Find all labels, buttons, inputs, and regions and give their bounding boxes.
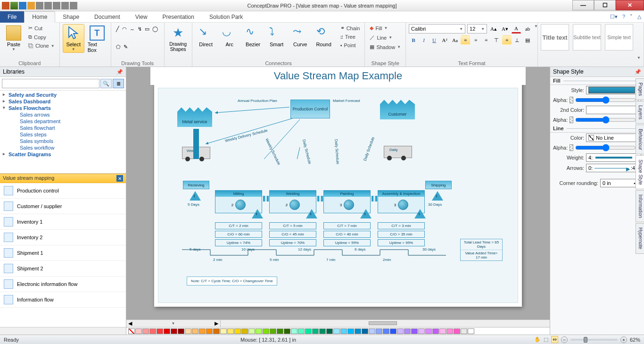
- color-swatch[interactable]: [171, 328, 177, 334]
- connector-point[interactable]: • Point: [339, 42, 362, 49]
- ellipse-tool-icon[interactable]: ◯: [152, 26, 158, 32]
- canvas-scroll[interactable]: Value Stream Map Example Metal service P…: [126, 67, 550, 319]
- color-swatch[interactable]: [312, 328, 319, 334]
- color-swatch[interactable]: [241, 328, 248, 334]
- color-swatch[interactable]: [298, 328, 305, 334]
- arrows-combo[interactable]: 0:▶:4▼: [586, 164, 641, 172]
- metric-co[interactable]: C/O = 45 min: [269, 231, 316, 238]
- maximize-button[interactable]: ☐: [594, 0, 616, 10]
- connector-tool-icon[interactable]: ↯: [138, 26, 142, 32]
- file-tab[interactable]: File: [0, 11, 24, 23]
- drawing-shapes-button[interactable]: ★ Drawing Shapes: [167, 24, 189, 53]
- color-swatch[interactable]: [319, 328, 326, 334]
- simple-style-preview[interactable]: Simple text: [605, 24, 633, 50]
- canvas-bottom-scroll[interactable]: ◀ ▼ ▶: [126, 319, 550, 327]
- metric-up[interactable]: Uptime = 70%: [269, 239, 316, 246]
- fit-page-icon[interactable]: ⬚: [544, 336, 548, 343]
- color-swatch[interactable]: [432, 328, 439, 334]
- connector-arc[interactable]: ◡Arc: [219, 24, 240, 49]
- side-tab-hypernote[interactable]: Hypernote: [636, 223, 644, 253]
- help-icon[interactable]: ?: [622, 14, 625, 20]
- tab-view[interactable]: View: [128, 12, 155, 22]
- metric-ct[interactable]: C/T = 7 min: [323, 222, 371, 229]
- production-control-node[interactable]: Production Control: [290, 100, 330, 118]
- tree-item[interactable]: Sales steps: [0, 131, 126, 138]
- color-swatch[interactable]: [164, 328, 170, 334]
- font-family-combo[interactable]: Calibri▼: [409, 24, 465, 34]
- color-swatch[interactable]: [397, 328, 404, 334]
- align-bottom-button[interactable]: ⊥: [512, 35, 522, 45]
- fit-width-icon[interactable]: ⇔: [551, 336, 558, 343]
- color-swatch[interactable]: [149, 328, 156, 334]
- color-swatch[interactable]: [376, 328, 382, 334]
- tab-presentation[interactable]: Presentation: [155, 12, 202, 22]
- underline-button[interactable]: U: [429, 35, 439, 45]
- color-swatch[interactable]: [199, 328, 206, 334]
- customer-node[interactable]: Customer: [380, 98, 415, 119]
- connector-chain[interactable]: ⚭ Chain: [339, 24, 362, 32]
- connector-curve[interactable]: ⤳Curve: [289, 24, 311, 49]
- color-swatch[interactable]: [347, 328, 354, 334]
- superscript-button[interactable]: A²: [440, 35, 449, 45]
- valign-button[interactable]: ▤: [523, 35, 532, 45]
- color-swatch[interactable]: [277, 328, 283, 334]
- line-tool-icon[interactable]: ╱: [116, 26, 119, 32]
- color-swatch[interactable]: [340, 328, 347, 334]
- connector-smart[interactable]: ⤵Smart: [266, 24, 288, 49]
- tree-item[interactable]: Sales arrows: [0, 111, 126, 118]
- qat-print-icon[interactable]: [53, 2, 60, 9]
- metric-co[interactable]: C/O = 40 min: [323, 231, 371, 238]
- side-tab-shape-style[interactable]: Shape Style: [636, 155, 644, 189]
- tab-document[interactable]: Document: [87, 12, 128, 22]
- zoom-out-button[interactable]: −: [561, 336, 568, 343]
- page-dropdown-icon[interactable]: ▼: [172, 321, 175, 326]
- shipping-node[interactable]: Shipping: [425, 181, 452, 189]
- connector-tree[interactable]: Ⲷ Tree: [339, 33, 362, 41]
- fill-alpha-slider[interactable]: [575, 96, 636, 104]
- stencil-item[interactable]: Electronic information flow: [0, 277, 126, 292]
- color-swatch[interactable]: [326, 328, 333, 334]
- color-swatch[interactable]: [454, 328, 460, 334]
- color-swatch[interactable]: [362, 328, 368, 334]
- hand-tool-icon[interactable]: ✋: [534, 336, 541, 343]
- styles-more-icon[interactable]: ▼: [637, 56, 641, 60]
- color-swatch[interactable]: [369, 328, 375, 334]
- zoom-thumb[interactable]: [584, 337, 587, 343]
- align-center-button[interactable]: ≡: [471, 35, 480, 45]
- qat-copy-icon[interactable]: [61, 2, 69, 9]
- second-alpha-slider[interactable]: [575, 116, 636, 124]
- metric-ct[interactable]: C/T = 3 min: [378, 222, 425, 229]
- close-stencil-icon[interactable]: ✕: [116, 175, 123, 182]
- qat-undo-icon[interactable]: [36, 2, 43, 9]
- metric-up[interactable]: Uptime = 95%: [378, 239, 425, 246]
- color-swatch[interactable]: [291, 328, 297, 334]
- qat-redo-icon[interactable]: [44, 2, 52, 9]
- color-swatch[interactable]: [425, 328, 432, 334]
- page-prev-icon[interactable]: ◀: [128, 320, 132, 327]
- stencil-item[interactable]: Shipment 2: [0, 261, 126, 277]
- fill-button[interactable]: ◆Fill ▼: [368, 24, 403, 32]
- tree-view-button[interactable]: ≣: [113, 79, 124, 88]
- tree-item[interactable]: Safety and Security: [0, 92, 126, 98]
- library-search-input[interactable]: [2, 79, 99, 88]
- select-tool[interactable]: Select▼: [63, 24, 84, 53]
- color-swatch[interactable]: [383, 328, 389, 334]
- curve-tool-icon[interactable]: ～: [130, 26, 135, 33]
- color-swatch[interactable]: [305, 328, 312, 334]
- color-swatch[interactable]: [135, 328, 142, 334]
- color-swatch[interactable]: [263, 328, 269, 334]
- close-button[interactable]: ✕: [616, 0, 644, 10]
- subscript-button[interactable]: A₂: [450, 35, 460, 45]
- stencil-item[interactable]: Inventory 2: [0, 230, 126, 245]
- side-tab-behaviour[interactable]: Behaviour: [636, 125, 644, 154]
- corner-spinner[interactable]: 0 in▲▼: [600, 179, 641, 187]
- color-swatch[interactable]: [355, 328, 361, 334]
- stencil-item[interactable]: Inventory 1: [0, 214, 126, 230]
- tab-shape[interactable]: Shape: [55, 12, 87, 22]
- note-box[interactable]: Note: C/T = Cycle Time; C/O = Changeover…: [187, 277, 277, 285]
- metric-co[interactable]: C/O = 35 min: [378, 231, 425, 238]
- tab-solution-park[interactable]: Solution Park: [202, 12, 250, 22]
- line-alpha-slider[interactable]: [575, 144, 636, 151]
- fill-style-combo[interactable]: ▼: [586, 86, 641, 94]
- color-swatch[interactable]: [213, 328, 220, 334]
